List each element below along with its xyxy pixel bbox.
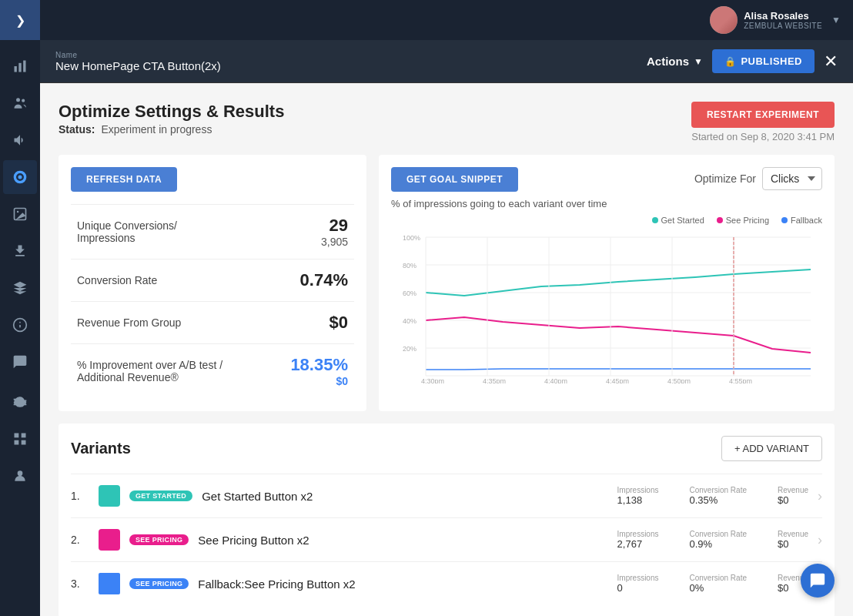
revenue-value-1: $0 [778, 494, 788, 506]
svg-text:100%: 100% [403, 234, 420, 242]
svg-point-3 [16, 98, 20, 102]
variant-chevron-1[interactable]: › [818, 488, 822, 504]
stat-label-impressions: Impressions [77, 232, 261, 244]
close-button[interactable]: ✕ [824, 52, 838, 72]
stat-label-revenue: Revenue From Group [77, 316, 261, 329]
right-panel-top: GET GOAL SNIPPET Optimize For Clicks [391, 167, 822, 192]
legend-label-seepricing: See Pricing [726, 216, 769, 225]
variant-row-3: 3. SEE PRICING Fallback:See Pricing Butt… [71, 561, 822, 605]
sidebar-item-megaphone[interactable] [3, 123, 37, 157]
variant-chevron-2[interactable]: › [818, 532, 822, 548]
variant-stat-revenue-1: Revenue $0 [778, 486, 808, 506]
variant-number-1: 1. [71, 490, 89, 502]
sidebar-item-image[interactable] [3, 197, 37, 231]
chevron-right-icon: ❯ [15, 13, 25, 28]
left-panel: REFRESH DATA Unique Conversions/ Impress… [59, 155, 366, 411]
chat-support-button[interactable] [801, 564, 835, 598]
sidebar-item-settings[interactable] [3, 385, 37, 419]
variant-color-1 [99, 485, 120, 507]
optimize-status: Status: Experiment in progress [59, 123, 284, 136]
sidebar-item-chat[interactable] [3, 345, 37, 379]
optimize-for-label: Optimize For [694, 172, 756, 185]
sidebar: ❯ [0, 0, 40, 616]
stat-value-conv-rate: 0.74% [273, 270, 348, 290]
table-row: Revenue From Group $0 [71, 302, 354, 344]
variant-stat-impressions-1: Impressions 1,138 [617, 486, 659, 506]
impressions-value-3: 0 [617, 582, 623, 594]
svg-rect-12 [22, 434, 26, 438]
svg-text:4:50pm: 4:50pm [667, 377, 691, 383]
variant-color-3 [99, 573, 120, 594]
sidebar-item-layers[interactable] [3, 271, 37, 305]
variant-badge-3: SEE PRICING [129, 578, 189, 589]
variant-stat-conv-1: Conversion Rate 0.35% [689, 486, 746, 506]
published-button[interactable]: 🔒 PUBLISHED [712, 49, 815, 73]
stat-label-improvement: % Improvement over A/B test / [77, 359, 261, 371]
impressions-value-2: 2,767 [617, 538, 643, 550]
svg-text:4:30pm: 4:30pm [421, 377, 444, 383]
variant-stat-conv-2: Conversion Rate 0.9% [689, 530, 746, 550]
svg-text:40%: 40% [403, 317, 416, 325]
lock-icon: 🔒 [724, 56, 737, 67]
svg-text:4:35pm: 4:35pm [483, 377, 506, 383]
svg-point-4 [22, 99, 25, 102]
chat-bubble-icon [809, 572, 826, 589]
stat-value-revenue: $0 [273, 313, 348, 333]
sidebar-item-users[interactable] [3, 86, 37, 120]
refresh-data-button[interactable]: REFRESH DATA [71, 167, 177, 192]
conv-value-3: 0% [689, 582, 704, 594]
actions-chevron-icon: ▼ [694, 56, 703, 67]
status-label: Status: [59, 123, 95, 136]
optimize-for-select[interactable]: Clicks [762, 167, 822, 190]
svg-rect-13 [15, 440, 19, 445]
legend-item-getstarted: Get Started [652, 216, 704, 225]
restart-experiment-button[interactable]: RESTART EXPERIMENT [691, 102, 835, 128]
user-info: Alisa Rosales ZEMBULA WEBSITE ▼ [710, 6, 841, 34]
actions-button[interactable]: Actions ▼ [647, 55, 703, 68]
svg-text:20%: 20% [403, 345, 416, 353]
sidebar-toggle[interactable]: ❯ [0, 0, 40, 40]
status-value: Experiment in progress [101, 123, 212, 136]
legend-dot-seepricing [717, 217, 723, 223]
chart-svg: 100% 80% 60% 40% 20% [391, 229, 822, 383]
table-row: % Improvement over A/B test / Additional… [71, 344, 354, 399]
get-goal-snippet-button[interactable]: GET GOAL SNIPPET [391, 167, 518, 192]
user-chevron-icon[interactable]: ▼ [831, 15, 841, 25]
legend-item-seepricing: See Pricing [717, 216, 769, 225]
variant-stat-conv-3: Conversion Rate 0% [689, 574, 746, 594]
user-site: ZEMBULA WEBSITE [744, 22, 822, 30]
svg-rect-11 [15, 434, 19, 438]
actions-label: Actions [647, 55, 689, 68]
chart-legend: Get Started See Pricing Fallback [391, 216, 822, 225]
conv-value-2: 0.9% [689, 538, 712, 550]
started-date: Started on Sep 8, 2020 3:41 PM [691, 131, 835, 142]
stat-label-conversions: Unique Conversions/ [77, 219, 261, 232]
sidebar-item-target[interactable] [3, 160, 37, 194]
sidebar-item-grid[interactable] [3, 422, 37, 456]
chart-title: % of impressions going to each variant o… [391, 198, 822, 209]
conv-label-3: Conversion Rate [689, 574, 746, 582]
sidebar-item-download[interactable] [3, 234, 37, 268]
optimize-actions: RESTART EXPERIMENT Started on Sep 8, 202… [691, 102, 835, 142]
variant-color-2 [99, 529, 120, 551]
legend-label-getstarted: Get Started [661, 216, 704, 225]
stats-table: Unique Conversions/ Impressions 29 3,905… [71, 204, 354, 398]
variant-row-2: 2. SEE PRICING See Pricing Button x2 Imp… [71, 517, 822, 561]
variant-badge-2: SEE PRICING [129, 534, 189, 545]
variants-header: Variants + ADD VARIANT [71, 436, 822, 461]
add-variant-button[interactable]: + ADD VARIANT [721, 436, 822, 461]
stat-value-improvement: 18.35% [273, 355, 348, 375]
svg-text:4:45pm: 4:45pm [606, 377, 629, 383]
sidebar-item-info[interactable] [3, 308, 37, 342]
experiment-title: New HomePage CTA Button(2x) [55, 59, 221, 72]
revenue-label-2: Revenue [778, 530, 808, 538]
sidebar-item-person[interactable] [3, 459, 37, 493]
svg-point-15 [18, 470, 23, 476]
sidebar-item-barchart[interactable] [3, 49, 37, 83]
user-name: Alisa Rosales [744, 10, 822, 22]
legend-item-fallback: Fallback [781, 216, 822, 225]
optimize-header: Optimize Settings & Results Status: Expe… [59, 102, 835, 142]
table-row: Unique Conversions/ Impressions 29 3,905 [71, 205, 354, 259]
variant-stat-revenue-2: Revenue $0 [778, 530, 808, 550]
sub-header: Name New HomePage CTA Button(2x) Actions… [40, 40, 853, 83]
